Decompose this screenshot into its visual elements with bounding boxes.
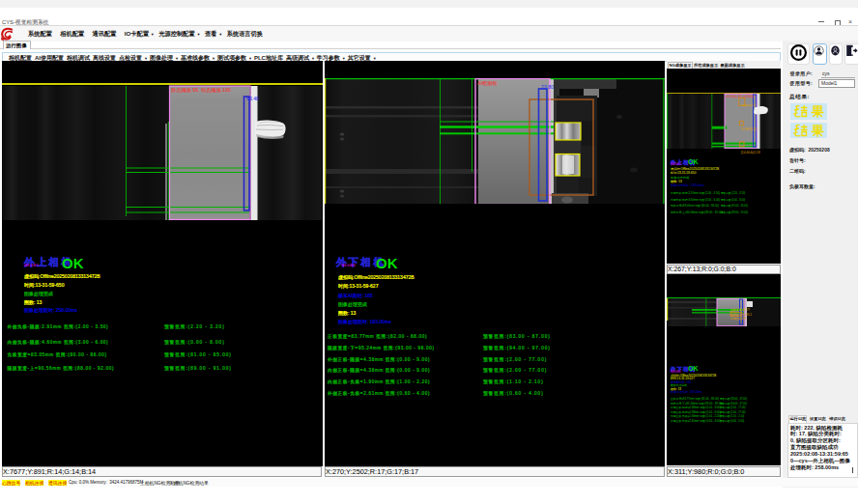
svg-text:静态阈值:93, 动态阈值:100: 静态阈值:93, 动态阈值:100 (171, 87, 231, 94)
svg-text:10.88P:[4,2]:1: 10.88P:[4,2]:1 (741, 126, 758, 130)
svg-text:外侧正极4.38: 外侧正极4.38 (730, 317, 747, 321)
svg-text:63.48: 63.48 (246, 96, 259, 101)
svg-text:静态阈值:93, 动态阈值: 静态阈值:93, 动态阈值 (726, 94, 755, 98)
svg-text:浅色缺陷L:0: 浅色缺陷L:0 (741, 102, 757, 106)
svg-text:AI检测框: AI检测框 (477, 80, 498, 87)
svg-text:正极宽度=83.77: 正极宽度=83.77 (730, 308, 750, 312)
svg-text:23.80: 23.80 (541, 84, 554, 90)
